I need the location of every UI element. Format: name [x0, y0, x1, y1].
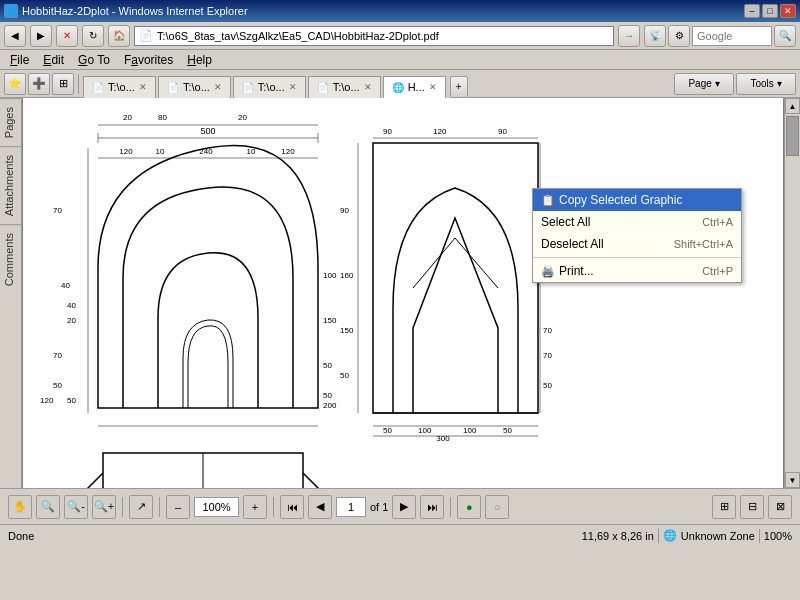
zoom-out-small[interactable]: – [166, 495, 190, 519]
tab-5-close[interactable]: ✕ [429, 82, 437, 92]
tab-2[interactable]: 📄T:\o...✕ [158, 76, 231, 98]
status-dimensions: 11,69 x 8,26 in [582, 530, 654, 542]
svg-text:20: 20 [123, 113, 132, 122]
close-button[interactable]: ✕ [780, 4, 796, 18]
minimize-button[interactable]: – [744, 4, 760, 18]
prev-page-btn[interactable]: ◀ [308, 495, 332, 519]
search-input[interactable] [692, 26, 772, 46]
svg-text:70: 70 [543, 326, 552, 335]
svg-text:90: 90 [498, 127, 507, 136]
status-zoom: 100% [764, 530, 792, 542]
side-tab-attachments[interactable]: Attachments [0, 146, 21, 224]
zoom-in-btn[interactable]: 🔍+ [92, 495, 116, 519]
last-page-btn[interactable]: ⏭ [420, 495, 444, 519]
page-input[interactable] [336, 497, 366, 517]
svg-text:300: 300 [436, 434, 450, 443]
pdf-viewport[interactable]: 500 120 10 240 10 120 20 80 20 70 40 [22, 98, 784, 488]
svg-text:70: 70 [53, 351, 62, 360]
back-button[interactable]: ◀ [4, 25, 26, 47]
menu-favorites[interactable]: Favorites [118, 51, 179, 69]
tab-5[interactable]: 🌐H...✕ [383, 76, 446, 98]
print-icon: 🖨️ [541, 265, 555, 278]
pdf-drawing: 500 120 10 240 10 120 20 80 20 70 40 [23, 98, 783, 488]
right-scrollbar: ▲ ▼ [784, 98, 800, 488]
select-tool[interactable]: ↗ [129, 495, 153, 519]
svg-text:240: 240 [199, 147, 213, 156]
view-btn-3[interactable]: ⊠ [768, 495, 792, 519]
first-page-btn[interactable]: ⏮ [280, 495, 304, 519]
svg-text:100: 100 [463, 426, 477, 435]
tab-1[interactable]: 📄T:\o...✕ [83, 76, 156, 98]
zone-label: Unknown Zone [681, 530, 755, 542]
zoom-out-btn[interactable]: 🔍- [64, 495, 88, 519]
tab-3-label: T:\o... [258, 81, 285, 93]
svg-text:50: 50 [340, 371, 349, 380]
svg-text:20: 20 [238, 113, 247, 122]
menu-file[interactable]: File [4, 51, 35, 69]
rotate-cw-btn[interactable]: ● [457, 495, 481, 519]
address-field[interactable]: 📄 T:\o6S_8tas_tav\SzgAlkz\Ea5_CAD\Hobbit… [134, 26, 614, 46]
svg-text:500: 500 [200, 126, 215, 136]
favorites-btn[interactable]: ⭐ [4, 73, 26, 95]
menu-help[interactable]: Help [181, 51, 218, 69]
address-text: T:\o6S_8tas_tav\SzgAlkz\Ea5_CAD\HobbitHa… [157, 30, 439, 42]
rotate-ccw-btn[interactable]: ○ [485, 495, 509, 519]
scroll-up[interactable]: ▲ [785, 98, 800, 114]
maximize-button[interactable]: □ [762, 4, 778, 18]
tab-1-close[interactable]: ✕ [139, 82, 147, 92]
divider-4 [450, 497, 451, 517]
home-button[interactable]: 🏠 [108, 25, 130, 47]
next-page-btn[interactable]: ▶ [392, 495, 416, 519]
zone-icon: 🌐 [663, 529, 677, 542]
zoom-input[interactable] [194, 497, 239, 517]
view-btn-2[interactable]: ⊟ [740, 495, 764, 519]
menu-edit[interactable]: Edit [37, 51, 70, 69]
add-btn[interactable]: ➕ [28, 73, 50, 95]
scroll-thumb[interactable] [786, 116, 799, 156]
divider-2 [159, 497, 160, 517]
side-tab-comments[interactable]: Comments [0, 224, 21, 294]
page-of-label: of 1 [370, 501, 388, 513]
svg-text:10: 10 [247, 147, 256, 156]
tab-4-close[interactable]: ✕ [364, 82, 372, 92]
context-menu-copy[interactable]: 📋 Copy Selected Graphic [533, 189, 741, 211]
copy-label: Copy Selected Graphic [559, 193, 682, 207]
svg-text:120: 120 [281, 147, 295, 156]
hand-tool[interactable]: ✋ [8, 495, 32, 519]
stop-button[interactable]: ✕ [56, 25, 78, 47]
go-button[interactable]: → [618, 25, 640, 47]
tab-3[interactable]: 📄T:\o...✕ [233, 76, 306, 98]
context-menu-select-all[interactable]: Select All Ctrl+A [533, 211, 741, 233]
tab-4[interactable]: 📄T:\o...✕ [308, 76, 381, 98]
print-label: Print... [559, 264, 594, 278]
tab-1-label: T:\o... [108, 81, 135, 93]
context-menu-deselect-all[interactable]: Deselect All Shift+Ctrl+A [533, 233, 741, 255]
grid-btn[interactable]: ⊞ [52, 73, 74, 95]
tools-menu-btn[interactable]: Tools ▾ [736, 73, 796, 95]
forward-button[interactable]: ▶ [30, 25, 52, 47]
svg-text:40: 40 [67, 301, 76, 310]
side-tab-pages[interactable]: Pages [0, 98, 21, 146]
app-icon: 🌐 [4, 4, 18, 18]
tabs-bar: 📄T:\o...✕ 📄T:\o...✕ 📄T:\o...✕ 📄T:\o...✕ … [83, 70, 468, 98]
tools-icon: ⚙ [668, 25, 690, 47]
tab-2-close[interactable]: ✕ [214, 82, 222, 92]
svg-text:70: 70 [53, 206, 62, 215]
new-tab-btn[interactable]: + [450, 76, 468, 98]
context-menu-print[interactable]: 🖨️ Print... Ctrl+P [533, 260, 741, 282]
scroll-down[interactable]: ▼ [785, 472, 800, 488]
scroll-track[interactable] [785, 114, 800, 472]
copy-icon: 📋 [541, 194, 555, 207]
page-btn[interactable]: Page ▾ [674, 73, 734, 95]
menu-goto[interactable]: Go To [72, 51, 116, 69]
title-bar: 🌐 HobbitHaz-2Dplot - Windows Internet Ex… [0, 0, 800, 22]
tab-3-close[interactable]: ✕ [289, 82, 297, 92]
search-button[interactable]: 🔍 [774, 25, 796, 47]
zoom-in-small[interactable]: + [243, 495, 267, 519]
zoom-tool[interactable]: 🔍 [36, 495, 60, 519]
svg-text:50: 50 [67, 396, 76, 405]
refresh-button[interactable]: ↻ [82, 25, 104, 47]
deselect-all-shortcut: Shift+Ctrl+A [674, 238, 733, 250]
view-btn-1[interactable]: ⊞ [712, 495, 736, 519]
divider-1 [122, 497, 123, 517]
